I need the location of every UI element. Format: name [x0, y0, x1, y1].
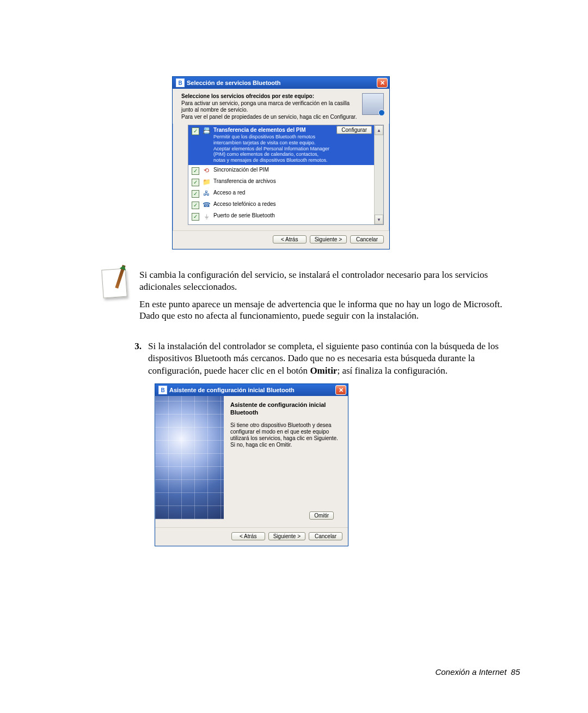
scroll-down-icon[interactable]: ▼ [375, 215, 383, 224]
dialog-footer: < Atrás Siguiente > Cancelar [173, 230, 389, 249]
window-title: Asistente de configuración inicial Bluet… [169, 387, 295, 393]
service-item[interactable]: ✓ 🖧 Acceso a red [188, 188, 374, 199]
file-transfer-icon: 📁 [202, 178, 211, 186]
services-listbox[interactable]: ✓ 📇 Transferencia de elementos del PIM P… [188, 125, 384, 225]
titlebar[interactable]: B Asistente de configuración inicial Blu… [155, 384, 348, 396]
note-block: Si cambia la configuración del servicio,… [102, 269, 520, 327]
instruction-line: Para activar un servicio, ponga una marc… [181, 100, 350, 113]
page-footer: Conexión a Internet 85 [435, 667, 520, 677]
cancel-button[interactable]: Cancelar [309, 532, 342, 540]
globe-graphic [155, 396, 224, 519]
close-icon[interactable]: ✕ [335, 385, 346, 395]
wizard-paragraph: Si tiene otro dispositivo Bluetooth y de… [230, 422, 341, 448]
dialog-footer: < Atrás Siguiente > Cancelar [155, 527, 348, 546]
service-item[interactable]: ✓ ⟲ Sincronización del PIM [188, 165, 374, 176]
serial-port-icon: ⏚ [202, 212, 211, 220]
service-item[interactable]: ✓ ⏚ Puerto de serie Bluetooth [188, 211, 374, 222]
service-title: Transferencia de elementos del PIM [213, 127, 306, 133]
next-button[interactable]: Siguiente > [310, 235, 347, 243]
skip-button[interactable]: Omitir [309, 511, 334, 520]
footer-section: Conexión a Internet [435, 667, 506, 677]
instruction-heading: Seleccione los servicios ofrecidos por e… [181, 93, 314, 99]
scroll-up-icon[interactable]: ▲ [375, 125, 383, 135]
pim-transfer-icon: 📇 [202, 127, 211, 135]
service-title: Acceso telefónico a redes [213, 201, 372, 207]
bluetooth-icon: B [158, 386, 167, 394]
window-title: Selección de servicios Bluetooth [187, 80, 280, 86]
service-title: Transferencia de archivos [213, 178, 372, 184]
checkbox-checked-icon[interactable]: ✓ [192, 202, 199, 209]
service-item-selected[interactable]: ✓ 📇 Transferencia de elementos del PIM P… [188, 125, 374, 165]
close-icon[interactable]: ✕ [377, 78, 388, 88]
note-paragraph: Si cambia la configuración del servicio,… [139, 269, 520, 293]
instruction-line: Para ver el panel de propiedades de un s… [181, 114, 357, 120]
footer-page-number: 85 [511, 667, 520, 677]
next-button[interactable]: Siguiente > [268, 532, 305, 540]
step-number: 3. [130, 340, 142, 377]
note-paragraph: En este punto aparece un mensaje de adve… [139, 298, 520, 322]
checkbox-checked-icon[interactable]: ✓ [192, 213, 199, 221]
back-button[interactable]: < Atrás [231, 532, 265, 540]
dialup-icon: ☎ [202, 201, 211, 209]
back-button[interactable]: < Atrás [273, 235, 307, 243]
bluetooth-services-dialog: B Selección de servicios Bluetooth ✕ Sel… [172, 76, 390, 249]
wizard-heading: Asistente de configuración inicial Bluet… [230, 401, 341, 417]
titlebar[interactable]: B Selección de servicios Bluetooth ✕ [173, 77, 389, 89]
service-title: Acceso a red [213, 190, 372, 196]
step-3: 3. Si la instalación del controlador se … [130, 340, 520, 377]
checkbox-checked-icon[interactable]: ✓ [192, 179, 199, 186]
note-icon [102, 269, 126, 297]
computer-bluetooth-icon [362, 93, 384, 115]
pim-sync-icon: ⟲ [202, 167, 211, 174]
bluetooth-wizard-dialog: B Asistente de configuración inicial Blu… [155, 383, 348, 546]
service-description: Permitir que los dispositivos Bluetooth … [213, 134, 330, 163]
cancel-button[interactable]: Cancelar [350, 235, 384, 243]
step-body: Si la instalación del controlador se com… [148, 340, 520, 377]
service-title: Sincronización del PIM [213, 167, 372, 173]
checkbox-checked-icon[interactable]: ✓ [192, 127, 199, 135]
scrollbar-track[interactable] [375, 135, 383, 215]
network-access-icon: 🖧 [202, 190, 211, 197]
checkbox-checked-icon[interactable]: ✓ [192, 190, 199, 198]
bluetooth-icon: B [176, 78, 185, 87]
service-item[interactable]: ✓ 📁 Transferencia de archivos [188, 176, 374, 188]
checkbox-checked-icon[interactable]: ✓ [192, 167, 199, 175]
service-title: Puerto de serie Bluetooth [213, 212, 372, 218]
configure-button[interactable]: Configurar [336, 126, 372, 134]
scrollbar[interactable]: ▲ ▼ [374, 125, 383, 224]
instruction-panel: Seleccione los servicios ofrecidos por e… [173, 89, 389, 124]
service-item[interactable]: ✓ ☎ Acceso telefónico a redes [188, 199, 374, 211]
